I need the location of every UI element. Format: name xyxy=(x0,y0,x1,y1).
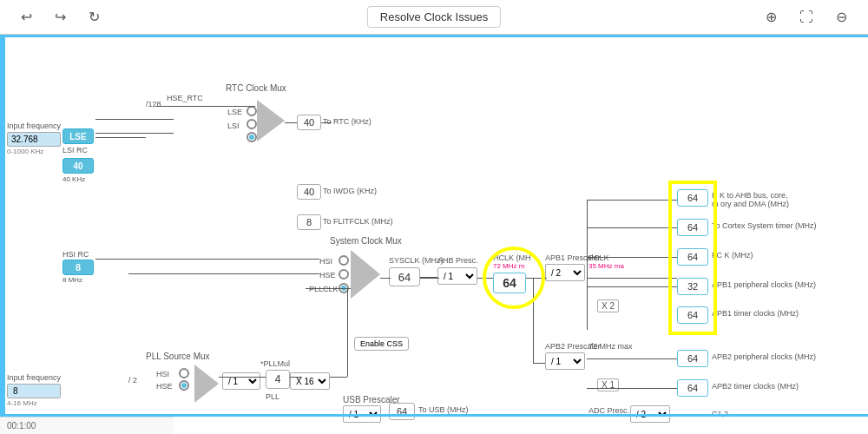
mux-rtc-line xyxy=(285,122,297,123)
cortex-hline xyxy=(587,227,677,228)
toolbar-right-icons: ⊕ ⛶ ⊖ xyxy=(759,5,854,29)
to-usb-label: To USB (MHz) xyxy=(418,405,469,414)
usb-val-box: 64 xyxy=(389,403,415,420)
resolve-clock-issues-button[interactable]: Resolve Clock Issues xyxy=(367,6,501,28)
sysclk-label: SYSCLK (MHz) xyxy=(389,256,444,265)
pll-mux-triangle xyxy=(194,365,219,403)
x2-box: X 2 xyxy=(597,299,619,312)
pll-hse-label: HSE xyxy=(156,382,173,391)
pll-mux-title: PLL Source Mux xyxy=(146,352,210,361)
pll-radio-hsi[interactable] xyxy=(179,368,189,380)
div128-label: /128 xyxy=(146,100,161,108)
hclk-apb1-line xyxy=(526,278,547,279)
hclk-note: 72 MHz m xyxy=(493,262,524,270)
fc-label: FC K (MHz) xyxy=(712,251,753,260)
toolbar: ↩ ↪ ↻ Resolve Clock Issues ⊕ ⛶ ⊖ xyxy=(0,0,868,35)
hclk-label: HCLK (MH xyxy=(493,253,531,262)
sys-hse-label: HSE xyxy=(319,271,336,279)
rtc-mux-title: RTC Clock Mux xyxy=(226,83,286,93)
range-1-label: 0-1000 KHz xyxy=(7,148,61,155)
apb1-periph-hline xyxy=(587,278,677,279)
pll-mul-select[interactable]: X 16 X 8 X 4 xyxy=(290,372,330,390)
pll-radio-hse[interactable] xyxy=(179,380,189,392)
fit-button[interactable]: ⛶ xyxy=(792,5,820,29)
statusbar: 00:1:00 xyxy=(0,417,174,434)
rtc-radio-lse[interactable] xyxy=(247,119,257,131)
rtc-radio-lsi[interactable] xyxy=(247,132,257,144)
pll-source-div-select[interactable]: / 1 / 2 xyxy=(222,372,260,390)
input-freq-1-label: Input frequency 32.768 0-1000 KHz xyxy=(7,122,61,155)
apb1-timer-line xyxy=(587,286,677,287)
ahb-bus-sub-label: m ory and DMA (MHz) xyxy=(712,200,789,208)
top-accent xyxy=(0,35,868,37)
hclk-apb2-vline xyxy=(533,278,534,363)
to-rtc-label: To RTC (KHz) xyxy=(323,117,372,126)
sysclk-val-box: 64 xyxy=(389,267,420,286)
lse-khz-label: 40 KHz xyxy=(62,175,85,183)
to-flit-label: To FLITFCLK (MHz) xyxy=(323,217,393,226)
apb2-timer-hline xyxy=(587,388,677,389)
rtc-mux-triangle xyxy=(257,100,285,141)
apb1-timer-val: 64 xyxy=(677,306,708,324)
lsi-mux-line xyxy=(95,133,174,134)
pclk2-note: 72 MHz max xyxy=(589,342,633,351)
ahb-prescaler-select[interactable]: / 1 / 2 / 4 / 8 xyxy=(437,267,477,285)
left-accent xyxy=(0,35,5,434)
sysmux-sysclk-line xyxy=(380,278,391,279)
div128-mux-line xyxy=(156,106,255,107)
apb2-periph-hline xyxy=(587,358,677,359)
pll-div2-label: / 2 xyxy=(128,376,137,385)
time-label: 00:1:00 xyxy=(7,421,36,431)
sys-radio-hsi[interactable] xyxy=(339,255,349,267)
redo-button[interactable]: ↪ xyxy=(48,5,73,29)
fc-val: 64 xyxy=(677,248,708,266)
pllmux-to-plldiv xyxy=(219,377,266,378)
lsi-rc-label: LSI RC xyxy=(62,146,88,155)
lsi-val-box: 40 xyxy=(62,158,94,174)
apb1-periph-clk-label: APB1 peripheral clocks (MHz) xyxy=(712,280,816,289)
input-freq-1-value: 32.768 xyxy=(7,132,61,147)
sys-hsi-label: HSI xyxy=(319,257,332,266)
pll-mul-val-box: 4 xyxy=(266,370,290,389)
apb2-periph-val: 64 xyxy=(677,350,708,367)
sys-pllclk-label: PLLCLK xyxy=(309,285,339,293)
clock-diagram: Input frequency 32.768 0-1000 KHz LSE LS… xyxy=(0,35,868,434)
ahb-bus-val: 64 xyxy=(677,189,708,207)
ahb-hclk-line xyxy=(477,278,493,279)
refresh-button[interactable]: ↻ xyxy=(82,5,107,29)
rtc-out-line xyxy=(321,122,332,123)
apb1-prescaler-select[interactable]: / 2 / 1 / 4 xyxy=(545,264,585,281)
hsi-sysmux-line xyxy=(95,259,319,260)
pclk1-note: 35 MHz ma xyxy=(589,262,624,270)
cortex-label: To Cortex System timer (MHz) xyxy=(712,221,817,230)
enable-css-button[interactable]: Enable CSS xyxy=(354,337,409,351)
rtc-lsi-label: LSI xyxy=(227,122,240,130)
undo-button[interactable]: ↩ xyxy=(14,5,39,29)
range-2-label: 4-16 MHz xyxy=(7,399,61,407)
sys-mux-title: System Clock Mux xyxy=(330,236,402,246)
cortex-val: 64 xyxy=(677,219,708,236)
zoom-in-button[interactable]: ⊕ xyxy=(759,5,784,29)
to-iwdg-label: To IWDG (KHz) xyxy=(323,187,377,195)
rtc-out-val: 40 xyxy=(297,115,321,130)
sys-radio-hse[interactable] xyxy=(339,269,349,281)
hsi-rc-area: HSI RC 8 8 MHz xyxy=(62,250,94,284)
apb2-prescaler-select[interactable]: / 1 / 2 / 4 xyxy=(545,352,585,370)
hse-div128-line xyxy=(95,137,146,138)
pll-hsi-label: HSI xyxy=(156,370,169,378)
input-freq-2-value: 8 xyxy=(7,384,61,398)
apb2-timer-val: 64 xyxy=(677,379,708,397)
ahb-bus-hline xyxy=(587,200,677,201)
apb2-timer-clk-label: APB2 timer clocks (MHz) xyxy=(712,382,799,391)
rtc-radio-hse[interactable] xyxy=(247,106,257,118)
apb2-periph-clk-label: APB2 peripheral clocks (MHz) xyxy=(712,352,816,361)
iwdg-out-val: 40 xyxy=(297,184,321,200)
pll-sysmux-line xyxy=(306,288,351,289)
apb1-periph-val: 32 xyxy=(677,278,708,295)
sys-mux-triangle xyxy=(351,250,380,299)
hse-sysmux-line xyxy=(128,273,319,274)
apb1-timer-clk-label: APB1 timer clocks (MHz) xyxy=(712,309,799,318)
ahb-presc-label: AHB Presc. xyxy=(437,256,478,265)
zoom-out-button[interactable]: ⊖ xyxy=(829,5,854,29)
pllmul-label: *PLLMul xyxy=(260,359,290,368)
